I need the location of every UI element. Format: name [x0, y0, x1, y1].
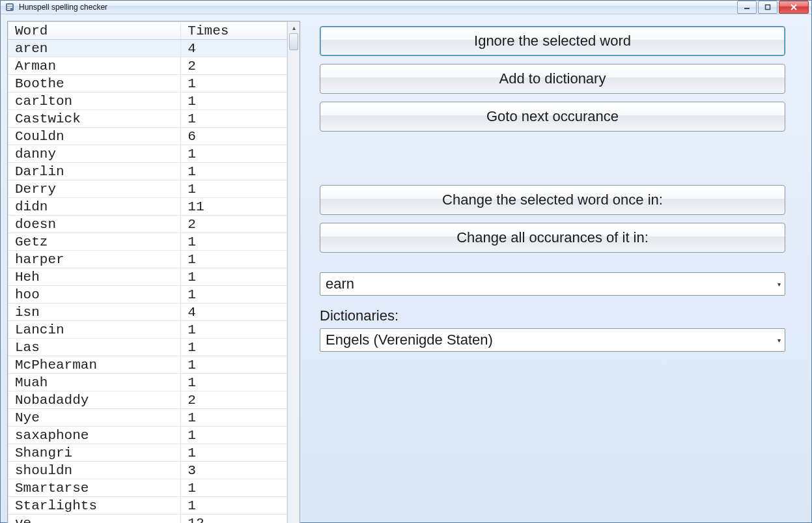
add-dictionary-button[interactable]: Add to dictionary: [320, 64, 785, 94]
table-row[interactable]: ve12: [8, 515, 287, 524]
times-cell: 1: [181, 145, 287, 163]
word-cell: Nobadaddy: [8, 391, 181, 409]
word-cell: Shangri: [8, 444, 181, 462]
times-cell: 3: [181, 462, 287, 479]
table-row[interactable]: Nye1: [8, 409, 287, 427]
table-row[interactable]: harper1: [8, 251, 287, 268]
table-row[interactable]: didn11: [8, 198, 287, 216]
add-dictionary-button-label: Add to dictionary: [499, 70, 606, 87]
goto-next-button-label: Goto next occurance: [486, 108, 619, 125]
table-row[interactable]: Darlin1: [8, 163, 287, 180]
word-cell: McPhearman: [8, 356, 181, 374]
table-row[interactable]: saxaphone1: [8, 427, 287, 444]
table-row[interactable]: McPhearman1: [8, 356, 287, 374]
word-cell: Muah: [8, 374, 181, 391]
table-row[interactable]: Nobadaddy2: [8, 391, 287, 409]
word-cell: shouldn: [8, 462, 181, 479]
replacement-combo[interactable]: earn ▾: [320, 272, 785, 296]
times-cell: 1: [181, 75, 287, 92]
replacement-value: earn: [326, 276, 354, 292]
table-row[interactable]: doesn2: [8, 216, 287, 233]
table-row[interactable]: Arman2: [8, 57, 287, 75]
word-cell: harper: [8, 251, 181, 268]
word-cell: isn: [8, 304, 181, 321]
word-cell: Heh: [8, 268, 181, 286]
word-cell: Derry: [8, 180, 181, 198]
chevron-down-icon: ▾: [777, 337, 781, 344]
ignore-button[interactable]: Ignore the selected word: [320, 26, 785, 56]
times-cell: 1: [181, 110, 287, 128]
app-icon: [5, 2, 15, 12]
vertical-scrollbar[interactable]: ▴ ▾: [287, 21, 300, 523]
word-cell: ve: [8, 515, 181, 524]
chevron-down-icon: ▾: [777, 281, 781, 288]
dictionary-combo[interactable]: Engels (Verenigde Staten) ▾: [320, 328, 785, 352]
spacer: [320, 139, 785, 185]
times-cell: 1: [181, 409, 287, 427]
table-header-row[interactable]: Word Times: [8, 22, 287, 40]
ignore-button-label: Ignore the selected word: [474, 33, 631, 49]
times-cell: 1: [181, 251, 287, 268]
table-row[interactable]: Derry1: [8, 180, 287, 198]
table-row[interactable]: Shangri1: [8, 444, 287, 462]
table-row[interactable]: isn4: [8, 304, 287, 321]
table-row[interactable]: Castwick1: [8, 110, 287, 128]
change-all-button-label: Change all occurances of it in:: [456, 229, 649, 246]
word-list-scroll[interactable]: Word Times aren4Arman2Boothe1carlton1Cas…: [8, 21, 287, 523]
times-cell: 1: [181, 427, 287, 444]
col-header-times[interactable]: Times: [181, 22, 287, 40]
word-cell: Boothe: [8, 75, 181, 92]
maximize-button[interactable]: [758, 1, 777, 14]
table-row[interactable]: Getz1: [8, 233, 287, 251]
table-row[interactable]: Lancin1: [8, 321, 287, 339]
word-cell: Las: [8, 339, 181, 356]
times-cell: 1: [181, 92, 287, 110]
word-cell: Nye: [8, 409, 181, 427]
word-cell: Getz: [8, 233, 181, 251]
change-all-button[interactable]: Change all occurances of it in:: [320, 223, 785, 253]
times-cell: 1: [181, 233, 287, 251]
svg-rect-3: [7, 8, 10, 10]
table-row[interactable]: carlton1: [8, 92, 287, 110]
scroll-thumb[interactable]: [289, 33, 298, 50]
word-cell: didn: [8, 198, 181, 216]
table-row[interactable]: aren4: [8, 40, 287, 57]
scroll-down-arrow[interactable]: ▾: [288, 520, 300, 523]
word-cell: saxaphone: [8, 427, 181, 444]
goto-next-button[interactable]: Goto next occurance: [320, 102, 785, 132]
word-cell: hoo: [8, 286, 181, 304]
word-cell: Arman: [8, 57, 181, 75]
table-row[interactable]: Las1: [8, 339, 287, 356]
times-cell: 4: [181, 304, 287, 321]
table-row[interactable]: Smartarse1: [8, 479, 287, 497]
table-row[interactable]: Starlights1: [8, 497, 287, 515]
table-row[interactable]: danny1: [8, 145, 287, 163]
times-cell: 1: [181, 268, 287, 286]
dictionaries-label: Dictionaries:: [320, 307, 785, 324]
table-row[interactable]: Boothe1: [8, 75, 287, 92]
table-row[interactable]: Heh1: [8, 268, 287, 286]
times-cell: 12: [181, 515, 287, 524]
word-cell: doesn: [8, 216, 181, 233]
times-cell: 1: [181, 321, 287, 339]
table-row[interactable]: shouldn3: [8, 462, 287, 479]
minimize-button[interactable]: [737, 1, 757, 14]
word-cell: Lancin: [8, 321, 181, 339]
close-button[interactable]: [779, 1, 809, 14]
title-bar[interactable]: Hunspell spelling checker: [1, 1, 811, 14]
change-once-button-label: Change the selected word once in:: [442, 191, 663, 208]
scroll-up-arrow[interactable]: ▴: [288, 21, 300, 33]
times-cell: 6: [181, 128, 287, 145]
times-cell: 1: [181, 339, 287, 356]
times-cell: 1: [181, 180, 287, 198]
table-row[interactable]: Couldn6: [8, 128, 287, 145]
table-row[interactable]: Muah1: [8, 374, 287, 391]
window-controls: [736, 1, 809, 14]
times-cell: 1: [181, 479, 287, 497]
change-once-button[interactable]: Change the selected word once in:: [320, 185, 785, 215]
col-header-word[interactable]: Word: [8, 22, 181, 40]
word-cell: Smartarse: [8, 479, 181, 497]
times-cell: 1: [181, 163, 287, 180]
table-row[interactable]: hoo1: [8, 286, 287, 304]
word-cell: Couldn: [8, 128, 181, 145]
